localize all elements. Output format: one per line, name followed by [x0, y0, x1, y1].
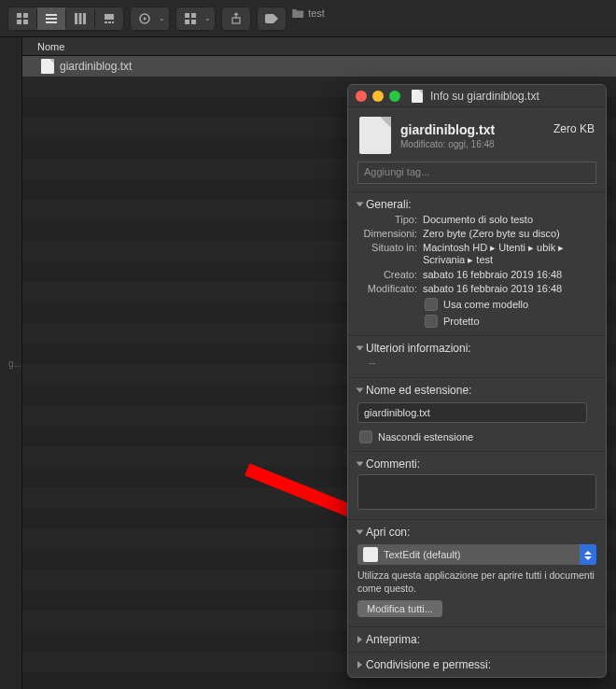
size-value: Zero byte (Zero byte su disco) — [421, 228, 596, 239]
gear-icon — [131, 7, 159, 30]
chevron-down-icon — [357, 462, 364, 467]
view-switcher — [7, 7, 124, 31]
tag-button[interactable] — [257, 7, 287, 31]
column-view-button[interactable] — [66, 7, 94, 30]
info-summary: giardiniblog.txtZero KB Modificato: oggi… — [348, 107, 606, 162]
created-value: sabato 16 febbraio 2019 16:48 — [421, 269, 596, 280]
file-name: giardiniblog.txt — [400, 122, 495, 137]
zoom-button[interactable] — [389, 91, 400, 102]
svg-rect-5 — [46, 18, 57, 20]
section-more-info: Ulteriori informazioni: -- — [348, 335, 606, 377]
hide-extension-checkbox[interactable] — [359, 430, 372, 443]
section-comments: Commenti: — [348, 451, 606, 519]
comments-input[interactable] — [357, 474, 596, 510]
sidebar: g... — [0, 37, 22, 689]
minimize-button[interactable] — [372, 91, 384, 102]
svg-rect-6 — [46, 21, 57, 23]
section-toggle-sharing[interactable]: Condivisione e permessi: — [357, 658, 596, 671]
path-crumb[interactable]: test — [291, 7, 325, 19]
svg-rect-13 — [112, 21, 114, 23]
svg-rect-1 — [23, 13, 28, 18]
share-icon — [222, 7, 250, 30]
chevron-right-icon — [357, 636, 362, 643]
file-name-label: giardiniblog.txt — [60, 60, 132, 73]
file-row[interactable]: giardiniblog.txt — [22, 56, 616, 77]
icon-view-button[interactable] — [8, 7, 36, 30]
svg-rect-18 — [185, 20, 189, 24]
svg-rect-3 — [23, 20, 28, 24]
svg-rect-19 — [191, 20, 196, 24]
modified-value: sabato 16 febbraio 2019 16:48 — [421, 283, 596, 294]
more-info-value: -- — [357, 355, 596, 372]
kind-value: Documento di solo testo — [421, 214, 596, 225]
svg-rect-2 — [17, 20, 21, 24]
section-toggle-comments[interactable]: Commenti: — [357, 457, 596, 471]
svg-rect-10 — [105, 14, 114, 20]
name-extension-input[interactable] — [357, 402, 587, 423]
section-preview: Anteprima: — [348, 626, 606, 652]
grid-icon — [176, 7, 204, 30]
svg-rect-7 — [75, 13, 77, 24]
column-header-name[interactable]: Nome — [22, 37, 616, 56]
file-icon-large — [359, 117, 391, 154]
svg-rect-16 — [185, 13, 189, 18]
locked-checkbox[interactable] — [425, 315, 438, 328]
file-size: Zero KB — [553, 122, 595, 135]
svg-rect-11 — [105, 21, 107, 23]
group-menu[interactable]: ⌄ — [175, 7, 216, 31]
svg-rect-0 — [17, 13, 21, 18]
share-button[interactable] — [221, 7, 251, 31]
textedit-icon — [363, 547, 378, 562]
select-arrows-icon — [580, 544, 596, 565]
svg-rect-17 — [191, 13, 196, 18]
chevron-down-icon — [357, 346, 364, 351]
folder-icon — [291, 7, 304, 19]
info-titlebar[interactable]: Info su giardiniblog.txt — [348, 85, 606, 107]
gallery-view-button[interactable] — [95, 7, 123, 30]
open-with-description: Utilizza questa applicazione per aprire … — [357, 569, 596, 595]
section-sharing: Condivisione e permessi: — [348, 652, 606, 677]
section-open-with: Apri con: TextEdit (default) Utilizza qu… — [348, 519, 606, 626]
arrange-menu[interactable]: ⌄ — [130, 7, 170, 31]
sidebar-collapsed-label: g... — [8, 359, 21, 369]
section-general: Generali: TipoDocumento di solo testo Di… — [348, 191, 606, 335]
section-toggle-preview[interactable]: Anteprima: — [357, 633, 596, 646]
list-view-button[interactable] — [37, 7, 65, 30]
section-toggle-name-ext[interactable]: Nome ed estensione: — [357, 384, 596, 397]
where-value: Macintosh HD ▸ Utenti ▸ ubik ▸ Scrivania… — [421, 242, 596, 266]
section-name-extension: Nome ed estensione: Nascondi estensione — [348, 377, 606, 451]
svg-rect-4 — [46, 14, 57, 16]
svg-rect-9 — [83, 13, 86, 24]
svg-point-15 — [144, 17, 147, 20]
finder-toolbar: ⌄ ⌄ — [0, 0, 616, 37]
svg-rect-8 — [79, 13, 82, 24]
get-info-panel: Info su giardiniblog.txt giardiniblog.tx… — [347, 84, 607, 678]
section-toggle-general[interactable]: Generali: — [357, 198, 596, 211]
chevron-right-icon — [357, 661, 362, 668]
chevron-down-icon — [357, 388, 364, 393]
svg-rect-12 — [108, 21, 111, 23]
section-toggle-open-with[interactable]: Apri con: — [357, 526, 596, 539]
close-button[interactable] — [356, 91, 367, 102]
tags-input[interactable]: Aggiungi tag... — [357, 162, 596, 184]
chevron-down-icon — [357, 203, 364, 207]
open-with-select[interactable]: TextEdit (default) — [357, 544, 596, 565]
chevron-down-icon — [357, 530, 364, 535]
window-title: Info su giardiniblog.txt — [430, 90, 539, 103]
change-all-button[interactable]: Modifica tutti... — [357, 600, 442, 617]
file-icon — [412, 90, 423, 103]
tag-icon — [258, 7, 286, 30]
file-icon — [41, 59, 54, 74]
stationery-checkbox[interactable] — [425, 298, 438, 311]
section-toggle-more-info[interactable]: Ulteriori informazioni: — [357, 342, 596, 355]
modified-label: Modificato: oggi, 16:48 — [400, 139, 595, 149]
